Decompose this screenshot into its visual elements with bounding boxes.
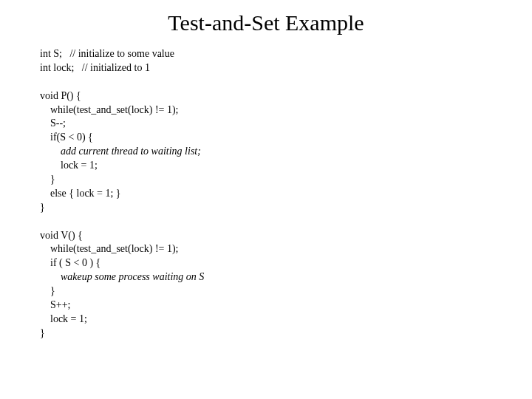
code-line: int S; // initialize to some value	[40, 48, 174, 59]
code-line: while(test_and_set(lock) != 1);	[40, 243, 179, 254]
code-line: S++;	[40, 299, 70, 310]
code-line: else { lock = 1; }	[40, 188, 121, 199]
code-line: }	[40, 174, 55, 185]
code-line: lock = 1;	[40, 160, 98, 171]
code-line: }	[40, 202, 45, 213]
code-line: lock = 1;	[40, 313, 87, 324]
code-line: void V() {	[40, 230, 83, 241]
code-line: if ( S < 0 ) {	[40, 257, 100, 268]
code-line: while(test_and_set(lock) != 1);	[40, 104, 179, 115]
slide-title: Test-and-Set Example	[0, 10, 532, 35]
code-line-indent	[40, 146, 61, 157]
code-line: S--;	[40, 117, 66, 129]
code-line-italic: add current thread to waiting list;	[61, 146, 201, 157]
code-line: }	[40, 327, 45, 338]
code-line-italic: wakeup some process waiting on S	[61, 271, 204, 282]
code-block: int S; // initialize to some value int l…	[40, 47, 498, 341]
code-line: void P() {	[40, 90, 81, 101]
code-line: int lock; // initialized to 1	[40, 62, 150, 73]
code-line: }	[40, 285, 55, 296]
code-line: if(S < 0) {	[40, 132, 93, 143]
code-line-indent	[40, 271, 61, 282]
slide: Test-and-Set Example int S; // initializ…	[0, 0, 532, 399]
